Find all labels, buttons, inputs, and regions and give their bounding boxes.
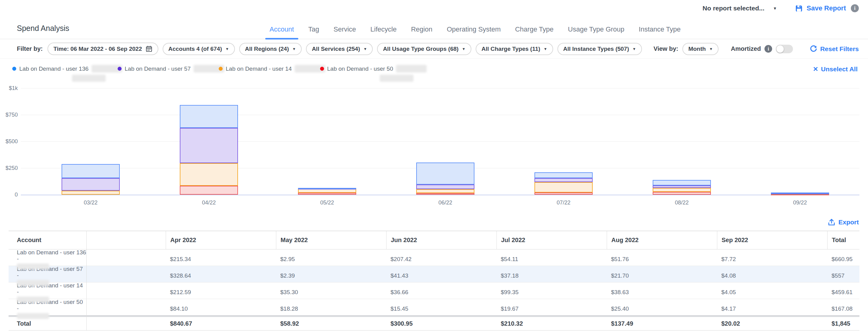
bar-segment-lab-on-demand-user-50-04-22[interactable] xyxy=(180,186,238,195)
save-report-button[interactable]: Save Report xyxy=(795,4,846,12)
total-value-cell: $58.92 xyxy=(276,317,386,330)
amortized-info-icon[interactable]: i xyxy=(765,45,772,53)
filter-by-label: Filter by: xyxy=(17,45,42,52)
view-by-dropdown[interactable]: Month ▼ xyxy=(682,43,718,55)
column-header-may-2022: May 2022 xyxy=(276,231,386,249)
tab-service[interactable]: Service xyxy=(334,25,356,39)
legend-item-lab-on-demand-user-57[interactable]: Lab on Demand - user 57 xyxy=(118,65,224,72)
legend-label: Lab on Demand - user 14 xyxy=(226,66,291,72)
tab-charge-type[interactable]: Charge Type xyxy=(515,25,554,39)
legend-item-lab-on-demand-user-136[interactable]: Lab on Demand - user 136 xyxy=(12,65,122,72)
tab-usage-type-group[interactable]: Usage Type Group xyxy=(568,25,624,39)
report-selector-value: No report selected... xyxy=(703,5,765,12)
legend-item-lab-on-demand-user-50[interactable]: Lab on Demand - user 50 xyxy=(320,65,427,72)
filter-pill-all-services[interactable]: All Services (254)▼ xyxy=(306,43,373,55)
tab-bar: AccountTagServiceLifecycleRegionOperatin… xyxy=(270,16,681,39)
tab-lifecycle[interactable]: Lifecycle xyxy=(370,25,397,39)
table-header-row: AccountApr 2022May 2022Jun 2022Jul 2022A… xyxy=(8,231,860,249)
legend-label: Lab on Demand - user 57 xyxy=(125,66,190,72)
unselect-all-label: Unselect All xyxy=(821,66,858,73)
filter-pill-label: All Charge Types (11) xyxy=(482,45,540,52)
column-header-aug-2022: Aug 2022 xyxy=(607,231,717,249)
tab-operating-system[interactable]: Operating System xyxy=(447,25,501,39)
value-cell: $19.67 xyxy=(496,299,607,319)
page-title: Spend Analysis xyxy=(17,24,69,33)
bar-segment-lab-on-demand-user-57-07-22[interactable] xyxy=(534,178,593,182)
filter-pill-all-regions[interactable]: All Regions (24)▼ xyxy=(239,43,302,55)
tab-instance-type[interactable]: Instance Type xyxy=(639,25,681,39)
redacted-text xyxy=(72,75,106,82)
amortized-label: Amortized xyxy=(731,45,761,52)
tab-account[interactable]: Account xyxy=(270,25,294,39)
tab-region[interactable]: Region xyxy=(411,25,432,39)
y-axis-tick: 0 xyxy=(0,192,18,198)
bar-segment-lab-on-demand-user-50-05-22[interactable] xyxy=(298,193,356,195)
filter-bar: Filter by: Time: 06 Mar 2022 - 06 Sep 20… xyxy=(0,39,868,59)
redacted-text xyxy=(17,297,49,302)
chevron-down-icon: ▼ xyxy=(773,6,777,10)
filter-pill-all-instance-types[interactable]: All Instance Types (507)▼ xyxy=(557,43,642,55)
bar-segment-lab-on-demand-user-136-07-22[interactable] xyxy=(534,172,593,178)
report-selector-dropdown[interactable]: No report selected... ▼ xyxy=(703,5,777,12)
table-row: Lab on Demand - user 57 -$328.64$2.39$41… xyxy=(8,266,860,282)
amortized-toggle[interactable] xyxy=(776,45,793,53)
table-row: Lab on Demand - user 136 -$215.34$2.95$2… xyxy=(8,249,860,266)
total-value-cell: $1,845 xyxy=(827,317,860,330)
export-button[interactable]: Export xyxy=(828,219,859,226)
filter-pill-label: All Regions (24) xyxy=(245,45,289,52)
legend-item-lab-on-demand-user-14[interactable]: Lab on Demand - user 14 xyxy=(219,65,325,72)
bar-segment-lab-on-demand-user-136-04-22[interactable] xyxy=(180,105,238,128)
bar-segment-lab-on-demand-user-136-05-22[interactable] xyxy=(298,188,356,189)
chevron-down-icon: ▼ xyxy=(225,47,229,51)
bar-segment-lab-on-demand-user-14-07-22[interactable] xyxy=(534,182,593,193)
calendar-icon xyxy=(146,45,153,52)
total-value-cell: $300.95 xyxy=(386,317,496,330)
table-total-row: Total$840.67$58.92$300.95$210.32$137.49$… xyxy=(8,315,860,330)
export-icon xyxy=(828,219,835,226)
bar-segment-lab-on-demand-user-14-08-22[interactable] xyxy=(653,188,711,192)
unselect-all-button[interactable]: ✕ Unselect All xyxy=(813,66,858,73)
table-row: Lab on Demand - user 50 -$84.10$18.28$15… xyxy=(8,299,860,315)
reset-filters-button[interactable]: Reset Filters xyxy=(810,45,859,53)
legend-dot-icon xyxy=(219,67,223,71)
bar-segment-lab-on-demand-user-14-06-22[interactable] xyxy=(416,189,474,193)
total-value-cell: $840.67 xyxy=(166,317,276,330)
chart-legend: ✕ Unselect All Lab on Demand - user 136L… xyxy=(0,59,868,84)
value-cell: $4.17 xyxy=(717,299,827,319)
bar-segment-lab-on-demand-user-57-06-22[interactable] xyxy=(416,185,474,189)
bar-segment-lab-on-demand-user-136-09-22[interactable] xyxy=(771,193,829,194)
info-icon[interactable]: i xyxy=(851,4,859,12)
column-header-jun-2022: Jun 2022 xyxy=(386,231,496,249)
bar-segment-lab-on-demand-user-50-06-22[interactable] xyxy=(416,193,474,195)
filter-pill-all-usage-type-groups[interactable]: All Usage Type Groups (68)▼ xyxy=(377,43,471,55)
filter-pill-all-charge-types[interactable]: All Charge Types (11)▼ xyxy=(476,43,553,55)
header-row: Spend Analysis AccountTagServiceLifecycl… xyxy=(0,16,868,39)
x-axis-tick: 09/22 xyxy=(779,200,822,206)
redacted-text xyxy=(380,75,413,82)
save-icon xyxy=(795,4,803,12)
bar-segment-lab-on-demand-user-57-04-22[interactable] xyxy=(180,128,238,163)
filter-pill-accounts-4[interactable]: Accounts 4 (of 674)▼ xyxy=(163,43,235,55)
value-cell: $167.08 xyxy=(827,299,860,319)
bar-segment-lab-on-demand-user-14-04-22[interactable] xyxy=(180,163,238,186)
view-by-value: Month xyxy=(688,45,706,52)
chevron-down-icon: ▼ xyxy=(709,47,713,51)
x-axis-line xyxy=(21,195,860,195)
chevron-down-icon: ▼ xyxy=(292,47,296,51)
tab-tag[interactable]: Tag xyxy=(308,25,319,39)
bar-segment-lab-on-demand-user-50-08-22[interactable] xyxy=(653,192,711,195)
bar-segment-lab-on-demand-user-57-03-22[interactable] xyxy=(62,178,120,191)
bar-segment-lab-on-demand-user-136-06-22[interactable] xyxy=(416,163,474,185)
bar-segment-lab-on-demand-user-136-03-22[interactable] xyxy=(62,164,120,178)
toggle-knob xyxy=(776,45,784,53)
bar-segment-lab-on-demand-user-136-08-22[interactable] xyxy=(653,180,711,186)
bar-segment-lab-on-demand-user-50-07-22[interactable] xyxy=(534,193,593,195)
refresh-icon xyxy=(810,45,817,53)
bar-segment-lab-on-demand-user-14-03-22[interactable] xyxy=(62,191,120,195)
filter-pill-label: All Instance Types (507) xyxy=(563,45,629,52)
x-axis-tick: 08/22 xyxy=(660,200,703,206)
filter-pill-time-06-mar-2022-06-sep-2022[interactable]: Time: 06 Mar 2022 - 06 Sep 2022 xyxy=(48,42,158,55)
bar-segment-lab-on-demand-user-14-05-22[interactable] xyxy=(298,189,356,193)
bar-segment-lab-on-demand-user-57-08-22[interactable] xyxy=(653,186,711,188)
gridline xyxy=(21,115,860,115)
